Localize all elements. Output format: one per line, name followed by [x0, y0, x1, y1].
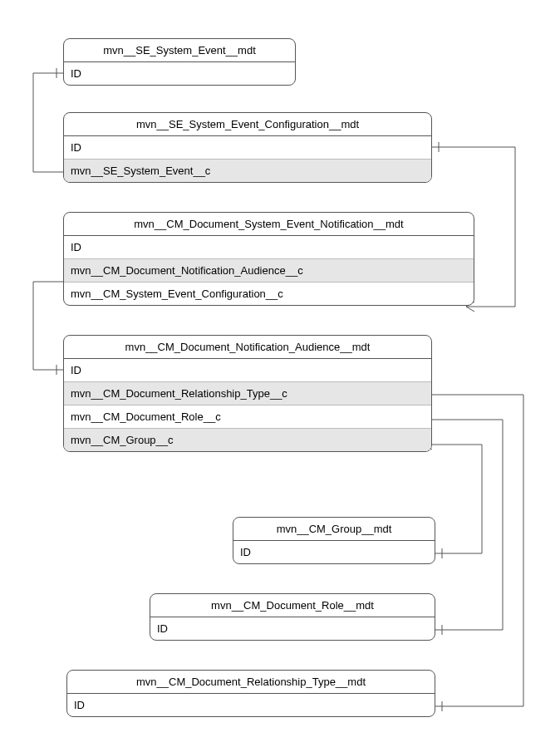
field-row: mvn__CM_Document_Relationship_Type__c: [64, 382, 431, 405]
entity-cm-document-notification-audience: mvn__CM_Document_Notification_Audience__…: [63, 335, 432, 452]
entity-cm-document-relationship-type: mvn__CM_Document_Relationship_Type__mdt …: [66, 670, 435, 717]
entity-title: mvn__SE_System_Event__mdt: [64, 39, 295, 62]
entity-cm-group: mvn__CM_Group__mdt ID: [233, 517, 435, 564]
field-row: ID: [64, 136, 431, 160]
entity-cm-document-system-event-notification: mvn__CM_Document_System_Event_Notificati…: [63, 212, 474, 306]
entity-title: mvn__CM_Document_Notification_Audience__…: [64, 336, 431, 359]
field-row: ID: [64, 62, 295, 85]
field-row: mvn__CM_Group__c: [64, 429, 431, 451]
svg-line-7: [466, 307, 474, 312]
entity-title: mvn__SE_System_Event_Configuration__mdt: [64, 113, 431, 136]
entity-title: mvn__CM_Document_Relationship_Type__mdt: [67, 671, 435, 694]
field-row: mvn__SE_System_Event__c: [64, 160, 431, 182]
entity-se-system-event: mvn__SE_System_Event__mdt ID: [63, 38, 296, 86]
field-row: ID: [64, 359, 431, 382]
entity-title: mvn__CM_Group__mdt: [233, 518, 435, 541]
field-row: ID: [67, 694, 435, 716]
field-row: mvn__CM_Document_Notification_Audience__…: [64, 259, 474, 283]
entity-title: mvn__CM_Document_System_Event_Notificati…: [64, 213, 474, 236]
erd-canvas: mvn__SE_System_Event__mdt ID mvn__SE_Sys…: [0, 0, 560, 747]
field-row: mvn__CM_System_Event_Configuration__c: [64, 283, 474, 305]
field-row: mvn__CM_Document_Role__c: [64, 405, 431, 429]
entity-se-system-event-configuration: mvn__SE_System_Event_Configuration__mdt …: [63, 112, 432, 183]
field-row: ID: [233, 541, 435, 563]
field-row: ID: [150, 617, 435, 640]
field-row: ID: [64, 236, 474, 259]
entity-cm-document-role: mvn__CM_Document_Role__mdt ID: [150, 593, 435, 641]
entity-title: mvn__CM_Document_Role__mdt: [150, 594, 435, 617]
